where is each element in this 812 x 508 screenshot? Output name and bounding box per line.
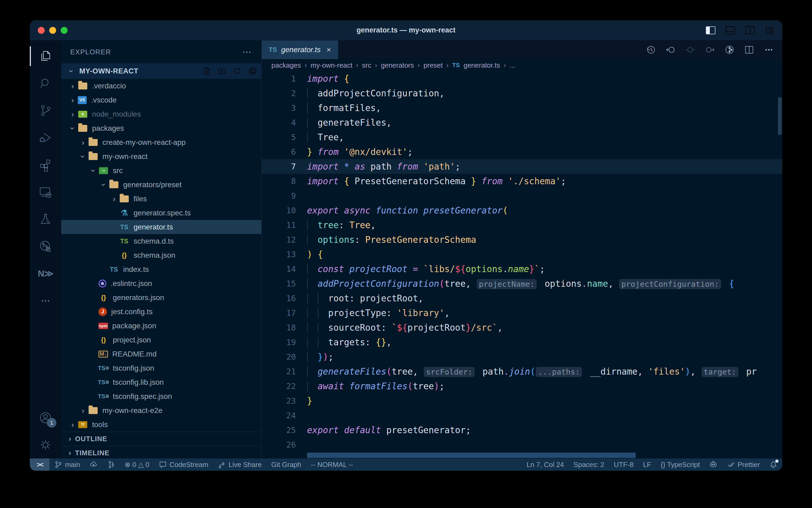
line-number[interactable]: 19 (262, 335, 296, 349)
breadcrumb-item-my-own-react[interactable]: my-own-react (311, 61, 352, 70)
outline-section[interactable]: › OUTLINE (61, 432, 261, 446)
code-editor[interactable]: 1import {2 addProjectConfiguration,3 for… (262, 71, 782, 459)
tree-item-vscode[interactable]: ›VS.vscode (61, 93, 261, 107)
line-number[interactable]: 11 (262, 218, 296, 232)
line-number[interactable]: 23 (262, 393, 296, 408)
activity-git-graph[interactable] (30, 233, 61, 260)
breadcrumb-item-[interactable]: ... (510, 61, 515, 70)
close-window-button[interactable] (38, 27, 45, 34)
line-number[interactable]: 24 (262, 408, 296, 423)
line-number[interactable]: 2 (262, 86, 296, 101)
activity-testing[interactable] (30, 206, 61, 233)
line-number[interactable]: 3 (262, 101, 296, 115)
line-number[interactable]: 10 (262, 203, 296, 218)
line-number[interactable]: 12 (262, 232, 296, 247)
navigate-back-disabled-icon[interactable] (685, 44, 696, 55)
tree-item-jest-config-ts[interactable]: ›Jjest.config.ts (61, 305, 261, 319)
collapse-folders-icon[interactable] (248, 67, 257, 75)
status-bell[interactable] (765, 459, 782, 471)
code-line-24[interactable]: 24 (262, 408, 782, 423)
breadcrumb-item-packages[interactable]: packages (271, 61, 301, 70)
tree-item-src[interactable]: ›src (61, 164, 261, 178)
code-line-8[interactable]: 8import { PresetGeneratorSchema } from '… (262, 174, 782, 188)
code-line-15[interactable]: 15 addProjectConfiguration(tree, project… (262, 277, 782, 291)
code-line-16[interactable]: 16 root: projectRoot, (262, 291, 782, 306)
breadcrumb-item-src[interactable]: src (362, 61, 371, 70)
navigate-forward-icon[interactable] (705, 44, 715, 55)
customize-layout-icon[interactable] (765, 26, 775, 35)
activity-run-debug[interactable] (30, 124, 61, 151)
code-line-25[interactable]: 25export default presetGenerator; (262, 423, 782, 437)
activity-nx-console[interactable]: N≫ (30, 260, 61, 287)
workspace-header[interactable]: › MY-OWN-REACT (61, 64, 261, 79)
tree-item-project-json[interactable]: ›{}project.json (61, 333, 261, 347)
activity-accounts[interactable]: 1 (30, 404, 61, 431)
tree-item-packages[interactable]: ›packages (61, 121, 261, 135)
code-line-12[interactable]: 12 options: PresetGeneratorSchema (262, 232, 782, 247)
code-line-7[interactable]: 7import * as path from 'path'; (262, 159, 782, 174)
activity-more-views[interactable]: ⋯ (30, 287, 61, 314)
tree-item-create-my-own-react-app[interactable]: ›create-my-own-react-app (61, 135, 261, 150)
status-spaces-2[interactable]: Spaces: 2 (569, 459, 609, 471)
code-line-10[interactable]: 10export async function presetGenerator( (262, 203, 782, 218)
code-line-18[interactable]: 18 sourceRoot: `${projectRoot}/src`, (262, 320, 782, 335)
status-lf[interactable]: LF (638, 459, 656, 471)
code-line-2[interactable]: 2 addProjectConfiguration, (262, 86, 782, 101)
tree-item-node-modules[interactable]: ›node_modules (61, 107, 261, 121)
code-line-19[interactable]: 19 targets: {}, (262, 335, 782, 349)
code-line-23[interactable]: 23} (262, 393, 782, 408)
navigate-back-icon[interactable] (665, 44, 676, 55)
line-number[interactable]: 7 (262, 159, 296, 174)
timeline-section[interactable]: › TIMELINE (61, 446, 261, 460)
tree-item-tools[interactable]: ›tools (61, 418, 261, 432)
breadcrumb-item-generators[interactable]: generators (381, 61, 414, 70)
status-codestream[interactable]: CodeStream (154, 459, 213, 471)
line-number[interactable]: 20 (262, 349, 296, 364)
code-line-22[interactable]: 22 await formatFiles(tree); (262, 379, 782, 393)
activity-settings[interactable] (30, 431, 61, 459)
line-number[interactable]: 8 (262, 174, 296, 188)
explorer-more-actions-icon[interactable]: ⋯ (242, 47, 252, 57)
tree-item-schema-json[interactable]: ›{}schema.json (61, 248, 261, 262)
status-cloud[interactable] (85, 459, 102, 471)
line-number[interactable]: 9 (262, 188, 296, 203)
tree-item-readme-md[interactable]: ›M↓README.md (61, 347, 261, 361)
new-file-icon[interactable] (202, 67, 211, 75)
tree-item-generators-preset[interactable]: ›generators/preset (61, 178, 261, 192)
tree-item-eslintrc-json[interactable]: ›.eslintrc.json (61, 277, 261, 291)
refresh-icon[interactable] (233, 67, 242, 75)
tree-item-generators-json[interactable]: ›{}generators.json (61, 291, 261, 305)
code-line-11[interactable]: 11 tree: Tree, (262, 218, 782, 232)
code-line-1[interactable]: 1import { (262, 71, 782, 86)
breadcrumb-item-preset[interactable]: preset (424, 61, 443, 70)
tree-item-package-json[interactable]: ›npmpackage.json (61, 319, 261, 333)
tab-generator-ts[interactable]: TS generator.ts × (262, 40, 338, 59)
git-graph-view-icon[interactable] (724, 44, 735, 55)
code-line-4[interactable]: 4 generateFiles, (262, 115, 782, 130)
status-typescript[interactable]: {} TypeScript (656, 459, 705, 471)
activity-source-control[interactable] (30, 97, 61, 124)
line-number[interactable]: 5 (262, 130, 296, 144)
code-line-21[interactable]: 21 generateFiles(tree, srcFolder: path.j… (262, 364, 782, 379)
status-live-share[interactable]: Live Share (213, 459, 266, 471)
status-normal[interactable]: -- NORMAL -- (306, 459, 358, 471)
tree-item-files[interactable]: ›files (61, 192, 261, 206)
line-number[interactable]: 21 (262, 364, 296, 379)
activity-explorer[interactable] (30, 43, 61, 70)
tree-item-schema-d-ts[interactable]: ›TSschema.d.ts (61, 234, 261, 248)
status-copilot[interactable] (705, 459, 722, 471)
status-utf-8[interactable]: UTF-8 (609, 459, 638, 471)
tree-item-my-own-react[interactable]: ›my-own-react (61, 150, 261, 164)
line-number[interactable]: 25 (262, 423, 296, 437)
tree-item-my-own-react-e2e[interactable]: ›my-own-react-e2e (61, 404, 261, 418)
code-line-5[interactable]: 5 Tree, (262, 130, 782, 144)
status-pipeline[interactable] (102, 459, 120, 471)
status-main[interactable]: main (49, 459, 85, 471)
toggle-panel-icon[interactable] (725, 26, 735, 35)
code-line-14[interactable]: 14 const projectRoot = `libs/${options.n… (262, 262, 782, 277)
code-line-26[interactable]: 26 (262, 437, 782, 452)
line-number[interactable]: 16 (262, 291, 296, 306)
minimize-window-button[interactable] (49, 27, 56, 34)
tree-item-generator-spec-ts[interactable]: ›⚗generator.spec.ts (61, 206, 261, 220)
line-number[interactable]: 22 (262, 379, 296, 393)
